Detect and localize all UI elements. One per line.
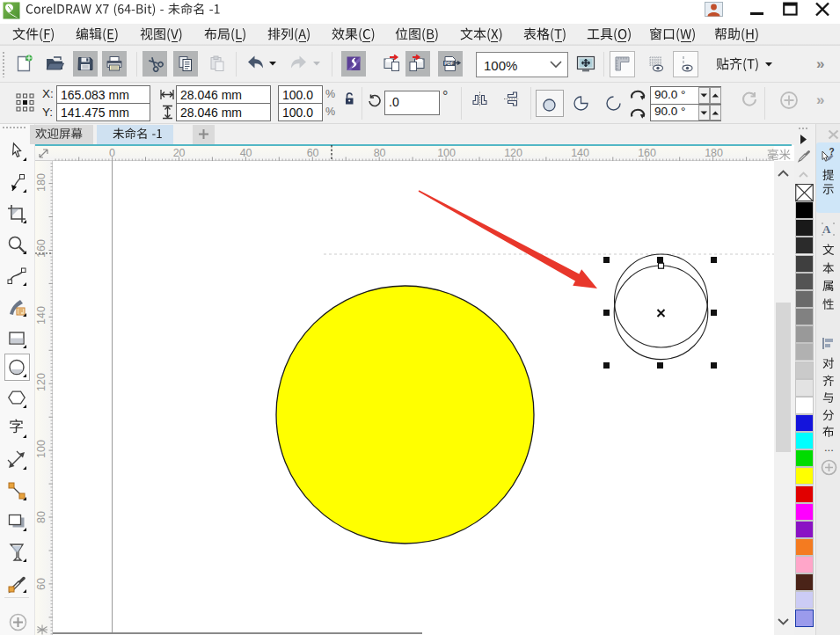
svg-text:?: ?	[829, 147, 835, 157]
svg-text:A: A	[822, 223, 831, 236]
